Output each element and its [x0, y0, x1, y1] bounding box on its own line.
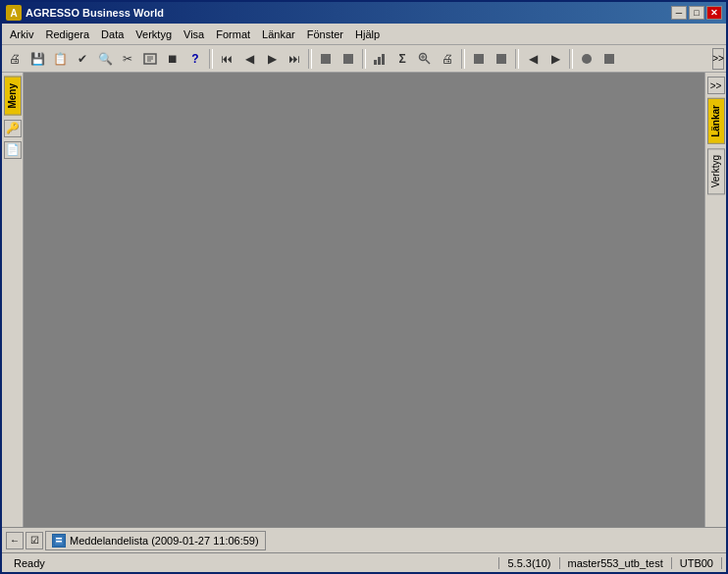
toolbar-print[interactable]: 🖨 — [4, 48, 26, 70]
status-bar: Ready 5.5.3(10) master553_utb_test UTB00 — [2, 552, 726, 572]
toolbar-b6[interactable] — [598, 48, 620, 70]
menu-lankar[interactable]: Länkar — [256, 26, 301, 42]
toolbar-sigma[interactable]: Σ — [391, 48, 413, 70]
right-expand-btn[interactable]: >> — [707, 77, 725, 94]
toolbar-prev[interactable]: ◀ — [238, 48, 260, 70]
svg-rect-19 — [56, 541, 62, 543]
taskbar-checkbox[interactable]: ☑ — [26, 532, 43, 549]
sep6 — [569, 49, 573, 69]
svg-point-15 — [582, 54, 592, 64]
menu-arkiv[interactable]: Arkiv — [4, 26, 39, 42]
toolbar-report[interactable] — [139, 48, 161, 70]
toolbar-b1[interactable] — [315, 48, 337, 70]
file-icon[interactable]: 📄 — [4, 141, 22, 159]
left-sidebar: Meny 🔑 📄 — [2, 73, 24, 527]
sep4 — [461, 49, 465, 69]
toolbar-paste[interactable]: 📋 — [49, 48, 71, 70]
search-icon[interactable]: 🔑 — [4, 120, 22, 137]
menu-redigera[interactable]: Redigera — [39, 26, 95, 42]
taskbar-tab[interactable]: Meddelandelista (2009-01-27 11:06:59) — [45, 531, 266, 550]
toolbar-stop[interactable]: ⏹ — [162, 48, 183, 70]
links-tab[interactable]: Länkar — [707, 98, 725, 144]
status-server: master553_utb_test — [560, 557, 672, 569]
svg-rect-16 — [604, 54, 614, 64]
toolbar-last[interactable]: ⏭ — [284, 48, 305, 70]
minimize-button[interactable]: ─ — [671, 6, 687, 20]
toolbar-help[interactable]: ? — [184, 48, 206, 70]
toolbar-first[interactable]: ⏮ — [216, 48, 237, 70]
tab-icon — [52, 534, 66, 548]
toolbar-zoom-search[interactable] — [414, 48, 436, 70]
toolbar-b5[interactable] — [576, 48, 598, 70]
svg-rect-6 — [374, 60, 377, 65]
toolbar-cut[interactable]: ✂ — [117, 48, 138, 70]
toolbar-b4[interactable] — [491, 48, 512, 70]
toolbar-search[interactable]: 🔍 — [94, 48, 116, 70]
menu-bar: Arkiv Redigera Data Verktyg Visa Format … — [2, 24, 726, 45]
menu-tab[interactable]: Meny — [4, 77, 22, 116]
toolbar-print2[interactable]: 🖨 — [437, 48, 458, 70]
svg-rect-13 — [474, 54, 484, 64]
main-window: A AGRESSO Business World ─ □ ✕ Arkiv Red… — [0, 0, 728, 574]
status-version: 5.5.3(10) — [499, 557, 559, 569]
status-ready: Ready — [6, 557, 499, 569]
taskbar-back-btn[interactable]: ← — [6, 532, 24, 549]
status-code: UTB00 — [672, 557, 722, 569]
toolbar-chart[interactable] — [369, 48, 390, 70]
window-title: AGRESSO Business World — [26, 7, 671, 19]
toolbar-save[interactable]: 💾 — [26, 48, 48, 70]
sep5 — [515, 49, 519, 69]
svg-line-10 — [426, 60, 430, 64]
right-sidebar: >> Länkar Verktyg — [704, 73, 726, 527]
toolbar-back[interactable]: ◀ — [522, 48, 544, 70]
svg-rect-4 — [321, 54, 331, 64]
svg-rect-14 — [496, 54, 506, 64]
svg-rect-7 — [378, 57, 381, 65]
app-icon: A — [6, 5, 22, 21]
main-area: Meny 🔑 📄 >> Länkar Verktyg — [2, 73, 726, 527]
svg-rect-8 — [382, 54, 385, 65]
close-button[interactable]: ✕ — [706, 6, 722, 20]
menu-data[interactable]: Data — [95, 26, 130, 42]
svg-rect-5 — [343, 54, 353, 64]
toolbar-next[interactable]: ▶ — [261, 48, 283, 70]
sep2 — [308, 49, 312, 69]
restore-button[interactable]: □ — [689, 6, 704, 20]
menu-visa[interactable]: Visa — [178, 26, 210, 42]
sep3 — [362, 49, 366, 69]
svg-rect-18 — [56, 538, 62, 540]
toolbar: 🖨 💾 📋 ✔ 🔍 ✂ ⏹ ? ⏮ ◀ ▶ ⏭ Σ — [2, 45, 726, 73]
menu-format[interactable]: Format — [210, 26, 256, 42]
toolbar-expand[interactable]: >> — [712, 48, 724, 70]
menu-hjalp[interactable]: Hjälp — [349, 26, 386, 42]
tab-label: Meddelandelista (2009-01-27 11:06:59) — [70, 535, 259, 547]
menu-fonster[interactable]: Fönster — [301, 26, 349, 42]
title-bar: A AGRESSO Business World ─ □ ✕ — [2, 2, 726, 24]
sep1 — [209, 49, 213, 69]
menu-verktyg[interactable]: Verktyg — [130, 26, 178, 42]
toolbar-forward[interactable]: ▶ — [545, 48, 566, 70]
taskbar: ← ☑ Meddelandelista (2009-01-27 11:06:59… — [2, 527, 726, 552]
toolbar-b3[interactable] — [468, 48, 490, 70]
verktyg-tab[interactable]: Verktyg — [707, 148, 725, 194]
content-area — [24, 73, 704, 527]
toolbar-check[interactable]: ✔ — [72, 48, 93, 70]
window-controls: ─ □ ✕ — [671, 6, 722, 20]
toolbar-b2[interactable] — [338, 48, 359, 70]
